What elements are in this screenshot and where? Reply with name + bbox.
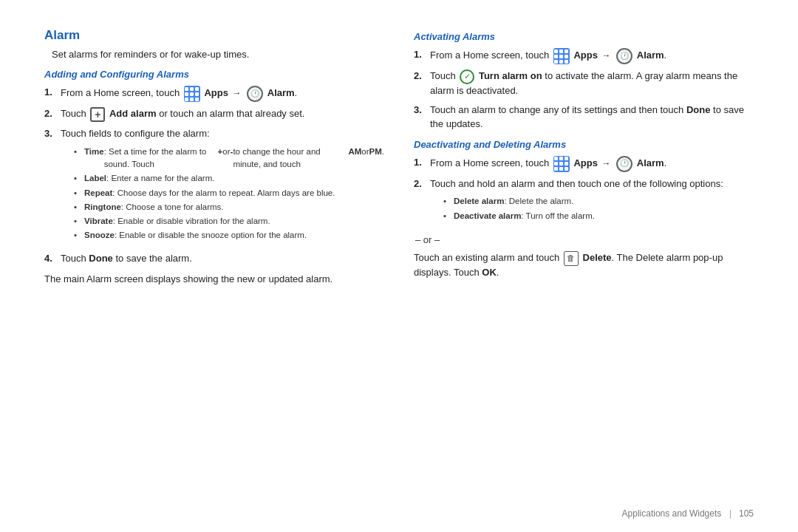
bullet-deactivate-alarm: Deactivate alarm: Turn off the alarm.: [443, 210, 754, 222]
footer: Applications and Widgets 105: [622, 508, 754, 519]
step-num-4: 4.: [44, 252, 58, 266]
subsection2-title: Activating Alarms: [414, 31, 754, 42]
apps-icon-1: [184, 86, 200, 102]
bullet-label: Label: Enter a name for the alarm.: [74, 172, 384, 185]
footer-label: Applications and Widgets: [622, 508, 722, 519]
act-step-num-1: 1.: [414, 48, 427, 62]
act-step-3-content: Touch an alarm to change any of its sett…: [430, 103, 754, 132]
alarm-label-1: Alarm: [267, 87, 295, 98]
subsection3-title: Deactivating and Deleting Alarms: [414, 139, 754, 150]
adding-steps-list: 1. From a Home screen, touch Apps → 🕐 Al…: [44, 86, 384, 265]
step-3-content: Touch fields to configure the alarm: Tim…: [61, 127, 384, 247]
step-4-content: Touch Done to save the alarm.: [61, 252, 384, 266]
act-step-num-2: 2.: [414, 69, 427, 83]
act-step-3: 3. Touch an alarm to change any of its s…: [414, 103, 754, 132]
deact-bullets: Delete alarm: Delete the alarm. Deactiva…: [443, 195, 754, 222]
act-step-1: 1. From a Home screen, touch Apps → 🕐 Al…: [414, 48, 754, 64]
act-step-num-3: 3.: [414, 103, 427, 117]
bullet-repeat: Repeat: Choose days for the alarm to rep…: [74, 187, 384, 200]
turn-on-icon: ✓: [460, 69, 474, 84]
apps-icon-2: [553, 48, 570, 64]
deact-step-2-content: Touch and hold an alarm and then touch o…: [430, 177, 754, 227]
final-text: Touch an existing alarm and touch 🗑 Dele…: [414, 251, 754, 280]
bullet-time: Time: Set a time for the alarm to sound.…: [74, 146, 384, 171]
deact-step-1: 1. From a Home screen, touch Apps → 🕐 Al…: [414, 156, 754, 172]
step-2-content: Touch + Add alarm or touch an alarm that…: [61, 107, 384, 122]
deact-step-2: 2. Touch and hold an alarm and then touc…: [414, 177, 754, 227]
delete-icon: 🗑: [564, 251, 579, 266]
apps-label-3: Apps: [573, 157, 598, 168]
section-title: Alarm: [44, 28, 384, 43]
bullet-vibrate: Vibrate: Enable or disable vibration for…: [74, 215, 384, 228]
done-label: Done: [89, 253, 113, 264]
bullet-snooze: Snooze: Enable or disable the snooze opt…: [74, 229, 384, 242]
step-num-2: 2.: [44, 107, 58, 121]
apps-icon-3: [553, 156, 570, 172]
bullet-delete-alarm: Delete alarm: Delete the alarm.: [443, 195, 754, 208]
add-icon: +: [90, 107, 105, 122]
deact-step-num-2: 2.: [414, 177, 427, 191]
footer-divider: [730, 510, 731, 519]
config-bullets: Time: Set a time for the alarm to sound.…: [74, 146, 384, 242]
arrow-1: →: [233, 88, 242, 98]
step-1-content: From a Home screen, touch Apps → 🕐 Alarm…: [61, 86, 384, 102]
step-num-1: 1.: [44, 86, 58, 100]
arrow-2: →: [602, 50, 611, 61]
or-separator: – or –: [414, 234, 754, 245]
alarm-icon-1: 🕐: [247, 86, 263, 102]
apps-label-1: Apps: [204, 87, 228, 98]
turn-on-label: Turn alarm on: [479, 70, 542, 81]
step-3: 3. Touch fields to configure the alarm: …: [44, 127, 384, 247]
deact-step-num-1: 1.: [414, 156, 427, 170]
bullet-ringtone: Ringtone: Choose a tone for alarms.: [74, 201, 384, 214]
closing-text: The main Alarm screen displays showing t…: [44, 273, 384, 287]
left-column: Alarm Set alarms for reminders or for wa…: [44, 28, 384, 510]
add-alarm-label: Add alarm: [109, 108, 157, 119]
section-intro: Set alarms for reminders or for wake-up …: [52, 49, 384, 60]
apps-label-2: Apps: [573, 50, 598, 61]
alarm-icon-2: 🕐: [616, 48, 632, 64]
subsection1-title: Adding and Configuring Alarms: [44, 69, 384, 80]
step-4: 4. Touch Done to save the alarm.: [44, 252, 384, 266]
act-step-1-content: From a Home screen, touch Apps → 🕐 Alarm…: [430, 48, 754, 64]
footer-page-num: 105: [739, 508, 754, 519]
arrow-3: →: [602, 158, 611, 168]
right-column: Activating Alarms 1. From a Home screen,…: [414, 28, 754, 510]
delete-label: Delete: [583, 252, 612, 263]
step-2: 2. Touch + Add alarm or touch an alarm t…: [44, 107, 384, 122]
activating-steps-list: 1. From a Home screen, touch Apps → 🕐 Al…: [414, 48, 754, 132]
alarm-icon-3: 🕐: [616, 156, 632, 172]
deact-step-1-content: From a Home screen, touch Apps → 🕐 Alarm…: [430, 156, 754, 172]
done-label-2: Done: [686, 104, 711, 115]
alarm-label-3: Alarm: [637, 157, 664, 168]
act-step-2: 2. Touch ✓ Turn alarm on to activate the…: [414, 69, 754, 98]
alarm-label-2: Alarm: [637, 50, 664, 61]
step-num-3: 3.: [44, 127, 58, 141]
step-1: 1. From a Home screen, touch Apps → 🕐 Al…: [44, 86, 384, 102]
act-step-2-content: Touch ✓ Turn alarm on to activate the al…: [430, 69, 754, 98]
deactivating-steps-list: 1. From a Home screen, touch Apps → 🕐 Al…: [414, 156, 754, 227]
